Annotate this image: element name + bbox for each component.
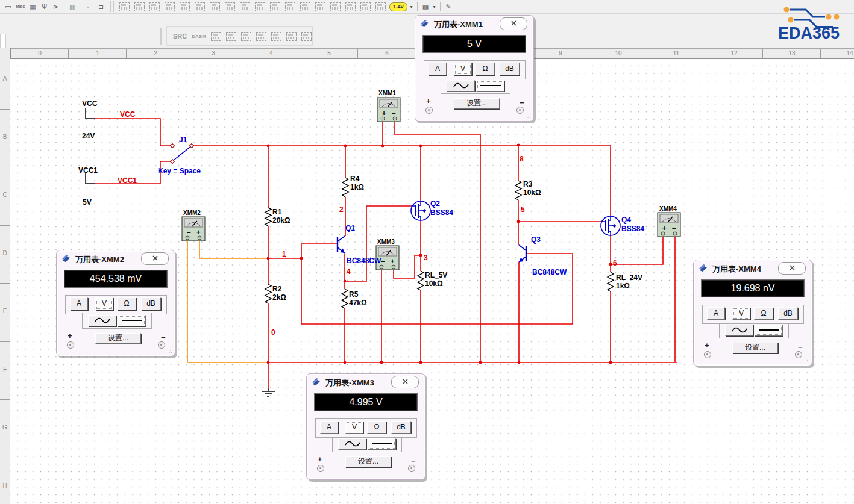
instrument-icon-3[interactable] (149, 2, 160, 11)
ac-mode-button[interactable] (88, 315, 116, 326)
unit-button-v[interactable]: V (345, 421, 363, 434)
battery-icon[interactable]: ▭ (3, 2, 13, 11)
gate-icon[interactable]: ⊳ (51, 2, 61, 11)
resize-grip[interactable]: ∴ (527, 114, 532, 120)
hierarchy-icon[interactable]: ⌐ (84, 2, 95, 11)
resize-grip[interactable]: ∴ (169, 349, 173, 355)
mcu-icon[interactable]: ▩ (421, 2, 431, 11)
mcu-dropdown-caret[interactable]: ▾ (432, 4, 438, 10)
ruler-mark-D: D (0, 250, 10, 257)
bus-icon[interactable]: ⊐ (96, 2, 106, 11)
unit-button-a[interactable]: A (429, 63, 447, 75)
display-parts-icon[interactable]: ▦ (28, 2, 38, 11)
ruler-mark-B: B (0, 134, 10, 140)
instrument-icon-2[interactable] (134, 2, 145, 11)
dc-line-glyph (122, 320, 142, 321)
unit-button-ohm[interactable]: Ω (754, 307, 773, 320)
unit-button-db[interactable]: dB (778, 307, 798, 320)
dc-mode-button[interactable] (368, 438, 396, 450)
ruler-mark-14: 14 (820, 49, 854, 58)
unit-button-v[interactable]: V (95, 297, 113, 310)
debug-icon-2[interactable] (226, 32, 236, 41)
debug-icon-7[interactable] (301, 32, 312, 41)
unit-button-a[interactable]: A (320, 421, 338, 434)
close-button[interactable] (141, 252, 169, 265)
positive-terminal (67, 341, 74, 349)
ac-mode-button[interactable] (447, 80, 475, 92)
close-button[interactable] (778, 262, 806, 275)
instrument-icon-9[interactable] (240, 2, 250, 11)
unit-button-ohm[interactable]: Ω (476, 63, 495, 75)
instrument-icon-16[interactable] (345, 2, 356, 11)
ruler-mark-12: 12 (705, 49, 763, 58)
probe-dropdown-caret[interactable]: ▾ (409, 4, 415, 10)
instrument-icon-10[interactable] (255, 2, 265, 11)
ic-icon[interactable]: ▥ (68, 2, 78, 11)
settings-button[interactable]: 设置... (732, 343, 778, 353)
unit-button-v[interactable]: V (732, 307, 750, 320)
src-view-button[interactable]: SRC (173, 33, 187, 40)
multisim-window: { "toolbar": { "row1": [ {"type":"glyph"… (0, 0, 854, 504)
unit-button-db[interactable]: dB (500, 63, 520, 75)
instrument-icon-18[interactable] (375, 2, 386, 11)
close-button[interactable] (500, 17, 527, 30)
instrument-icon-14[interactable] (315, 2, 325, 11)
debug-icon-3[interactable] (241, 32, 251, 41)
dc-mode-button[interactable] (118, 315, 146, 326)
unit-button-a[interactable]: A (70, 297, 88, 310)
debug-icon-1[interactable] (211, 32, 221, 41)
antenna-icon[interactable]: Ψ (39, 2, 49, 11)
instrument-icon-15[interactable] (330, 2, 341, 11)
unit-button-ohm[interactable]: Ω (117, 297, 136, 310)
instrument-icon-13[interactable] (300, 2, 310, 11)
instrument-icon-1[interactable] (119, 2, 130, 11)
ruler-mark-4: 4 (242, 49, 300, 58)
ruler-mark-C: C (0, 191, 10, 198)
probe-voltage-badge[interactable]: 1.4v (389, 2, 407, 11)
resize-grip[interactable]: ∴ (419, 472, 423, 478)
debug-icon-4[interactable] (256, 32, 266, 41)
settings-button[interactable]: 设置... (454, 98, 500, 109)
unit-button-ohm[interactable]: Ω (367, 421, 386, 434)
meter-display: 5 V (422, 35, 526, 53)
multimeter-icon (61, 255, 71, 264)
unit-button-db[interactable]: dB (141, 297, 161, 310)
unit-button-a[interactable]: A (707, 307, 725, 320)
debug-icon-5[interactable] (271, 32, 281, 41)
ac-mode-button[interactable] (338, 438, 366, 450)
meter-reading: 5 V (423, 36, 526, 52)
vertical-ruler[interactable]: ABCDEFGH (0, 58, 10, 504)
instrument-icon-12[interactable] (285, 2, 295, 11)
instrument-icon-17[interactable] (360, 2, 371, 11)
dc-line-glyph (372, 443, 392, 444)
unit-button-db[interactable]: dB (391, 421, 411, 434)
instrument-icon-6[interactable] (195, 2, 205, 11)
instrument-icon-5[interactable] (180, 2, 190, 11)
multimeter-dialog-XMM4: 万用表-XMM419.698 nVAVΩdB设置...+−∴ (693, 260, 812, 366)
close-button[interactable] (391, 376, 419, 388)
instrument-icon-7[interactable] (210, 2, 220, 11)
dialog-title: 万用表-XMM2 (75, 254, 124, 265)
ruler-mark-5: 5 (300, 49, 358, 58)
multimeter-icon (312, 378, 321, 388)
ac-mode-button[interactable] (725, 325, 753, 336)
dialog-titlebar-XMM3[interactable]: 万用表-XMM3 (312, 377, 420, 389)
instrument-icon-4[interactable] (165, 2, 175, 11)
dasm-view-button[interactable]: DASM (192, 34, 206, 39)
dc-mode-button[interactable] (755, 325, 783, 336)
resize-grip[interactable]: ∴ (806, 358, 810, 364)
plus-label: + (68, 331, 72, 340)
misc-parts-icon[interactable]: MISC (14, 2, 27, 11)
dialog-titlebar-XMM4[interactable]: 万用表-XMM4 (699, 263, 807, 275)
ruler-mark-2: 2 (126, 49, 184, 58)
edit-tool-icon[interactable]: ✎ (444, 2, 454, 11)
instrument-icon-8[interactable] (225, 2, 235, 11)
settings-button[interactable]: 设置... (95, 333, 141, 344)
debug-icon-6[interactable] (286, 32, 297, 41)
dialog-titlebar-XMM2[interactable]: 万用表-XMM2 (61, 254, 170, 266)
dc-mode-button[interactable] (476, 80, 504, 92)
instrument-icon-11[interactable] (270, 2, 280, 11)
dialog-titlebar-XMM1[interactable]: 万用表-XMM1 (420, 19, 529, 31)
unit-button-v[interactable]: V (454, 63, 472, 75)
settings-button[interactable]: 设置... (345, 456, 391, 467)
